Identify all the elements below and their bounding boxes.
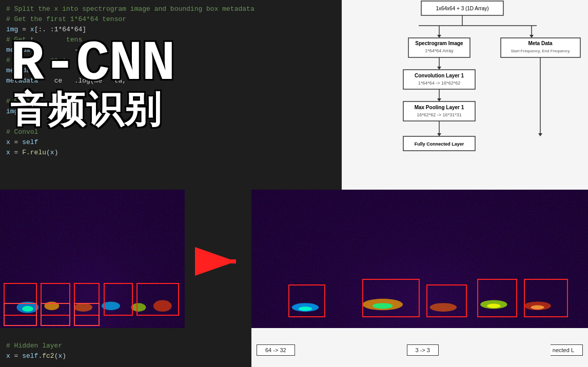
det-box-right-3 xyxy=(426,284,467,317)
det-box-right-5 xyxy=(524,279,567,318)
svg-rect-16 xyxy=(403,70,475,89)
svg-marker-15 xyxy=(437,67,441,70)
svg-rect-28 xyxy=(403,136,475,151)
svg-text:Max Pooling Layer 1: Max Pooling Layer 1 xyxy=(415,105,464,110)
arrow-container xyxy=(185,190,251,333)
svg-text:Fully Connected Layer: Fully Connected Layer xyxy=(415,141,464,147)
bottom-code-line: x = self.fc2(x) xyxy=(6,351,245,361)
svg-text:1x64x64 + 3 (1D Array): 1x64x64 + 3 (1D Array) xyxy=(436,6,488,11)
bottom-code-blank xyxy=(6,331,245,341)
svg-text:1*64*64 -> 16*62*62: 1*64*64 -> 16*62*62 xyxy=(418,80,460,86)
svg-marker-25 xyxy=(437,133,441,136)
spectrogram-right xyxy=(251,190,588,333)
title-main: R-CNN xyxy=(10,36,334,92)
svg-marker-7 xyxy=(530,35,534,38)
diagram-box-fc2: 3 -> 3 xyxy=(407,344,439,356)
svg-text:Start Frequency, End Frequency: Start Frequency, End Frequency xyxy=(511,49,570,53)
svg-text:1*64*64 Array: 1*64*64 Array xyxy=(425,48,454,53)
spectrogram-left xyxy=(0,190,185,333)
det-box-right-4 xyxy=(477,279,518,318)
svg-marker-20 xyxy=(437,98,441,101)
title-sub: 音频识别 xyxy=(10,92,334,133)
svg-rect-21 xyxy=(403,101,475,121)
det-box-left-bot-2 xyxy=(41,303,70,326)
det-box-left-bot-1 xyxy=(4,303,37,326)
svg-text:Meta Data: Meta Data xyxy=(528,40,553,46)
bottom-code-panel: # Hidden layer x = self.fc2(x) xyxy=(0,328,251,367)
bottom-section: # Hidden layer x = self.fc2(x) 64 -> 32 … xyxy=(0,190,588,367)
svg-rect-8 xyxy=(408,38,470,57)
svg-rect-11 xyxy=(501,38,580,57)
det-box-left-5 xyxy=(136,283,179,316)
svg-text:16*62*62 -> 16*31*31: 16*62*62 -> 16*31*31 xyxy=(417,112,461,117)
svg-marker-27 xyxy=(538,133,542,136)
code-line-2: # Get the first 1*64*64 tensor xyxy=(6,14,338,25)
diagram-svg: 1x64x64 + 3 (1D Array) Spectrogram Image… xyxy=(342,0,588,190)
code-line-13: x = F.relu(x) xyxy=(6,148,338,158)
code-line-12: x = self xyxy=(6,137,338,148)
bottom-diagram: 64 -> 32 3 -> 3 nected L xyxy=(251,328,588,367)
svg-marker-5 xyxy=(437,35,441,38)
det-box-left-bot-3 xyxy=(74,303,100,326)
diagram-box-conn: nected L xyxy=(551,344,583,356)
diagram-box-fc1: 64 -> 32 xyxy=(257,344,295,356)
det-box-left-4 xyxy=(104,283,133,316)
det-box-right-1 xyxy=(288,284,325,317)
code-line-1: # Split the x into spectrogram image and… xyxy=(6,4,338,14)
svg-text:Spectrogram Image: Spectrogram Image xyxy=(415,40,463,46)
svg-text:Convolution Layer 1: Convolution Layer 1 xyxy=(415,73,464,78)
bottom-code-comment: # Hidden layer xyxy=(6,341,245,351)
title-overlay: R-CNN 音频识别 xyxy=(0,31,344,138)
diagram-panel: 1x64x64 + 3 (1D Array) Spectrogram Image… xyxy=(342,0,588,190)
svg-rect-0 xyxy=(421,1,503,15)
det-box-right-2 xyxy=(362,279,420,318)
arrow-svg xyxy=(192,246,244,277)
